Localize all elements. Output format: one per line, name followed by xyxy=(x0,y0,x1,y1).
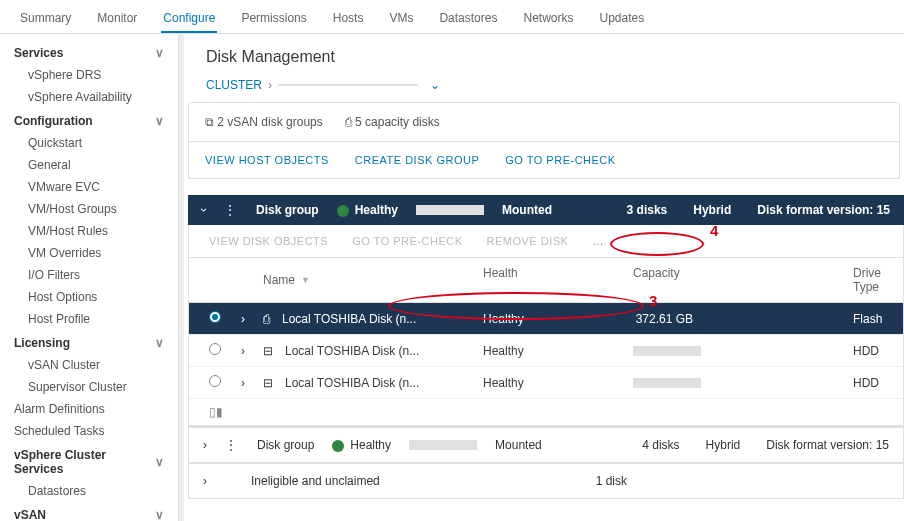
tab-datastores[interactable]: Datastores xyxy=(437,5,499,33)
sidebar-section-services[interactable]: Services∨ xyxy=(0,40,178,64)
breadcrumb-redacted xyxy=(278,84,418,86)
disk-group-header[interactable]: › ⋮ Disk group Healthy Mounted 3 disks H… xyxy=(188,195,904,225)
main-panel: Disk Management CLUSTER › ⌄ ⧉ 2 vSAN dis… xyxy=(184,34,904,521)
chevron-down-icon: ∨ xyxy=(155,46,164,60)
sidebar-item-vsphere-availability[interactable]: vSphere Availability xyxy=(0,86,178,108)
disk-type: HDD xyxy=(853,376,883,390)
sidebar-item-alarm-definitions[interactable]: Alarm Definitions xyxy=(0,398,178,420)
kebab-menu-icon[interactable]: ⋮ xyxy=(225,438,239,452)
chevron-right-icon[interactable]: › xyxy=(203,438,207,452)
capacity-bar xyxy=(633,346,701,356)
row-radio[interactable] xyxy=(209,375,221,387)
sidebar-item-vm-host-rules[interactable]: VM/Host Rules xyxy=(0,220,178,242)
expand-icon[interactable]: › xyxy=(241,344,263,358)
disk-groups-icon: ⧉ xyxy=(205,115,217,129)
disk-health: Healthy xyxy=(483,312,633,326)
health-ok-icon xyxy=(337,205,349,217)
create-disk-group-button[interactable]: CREATE DISK GROUP xyxy=(355,154,479,166)
tab-updates[interactable]: Updates xyxy=(597,5,646,33)
sidebar-item-vm-host-groups[interactable]: VM/Host Groups xyxy=(0,198,178,220)
disk-capacity: 372.61 GB xyxy=(633,312,693,326)
sidebar-section-configuration[interactable]: Configuration∨ xyxy=(0,108,178,132)
view-disk-objects-button: VIEW DISK OBJECTS xyxy=(209,235,328,247)
filter-icon[interactable]: ▼ xyxy=(301,275,310,285)
group-title: Disk group xyxy=(257,438,314,452)
col-name-label[interactable]: Name xyxy=(263,273,295,287)
sidebar-item-general[interactable]: General xyxy=(0,154,178,176)
group-mount: Mounted xyxy=(495,438,542,452)
sidebar-section-vcs[interactable]: vSphere Cluster Services∨ xyxy=(0,442,178,480)
sidebar-item-io-filters[interactable]: I/O Filters xyxy=(0,264,178,286)
breadcrumb-label: CLUSTER xyxy=(206,78,262,92)
breadcrumb[interactable]: CLUSTER › ⌄ xyxy=(188,78,904,102)
sidebar-section-vsan[interactable]: vSAN∨ xyxy=(0,502,178,521)
page-title: Disk Management xyxy=(188,42,904,78)
table-header: Name▼ Health Capacity Drive Type xyxy=(189,257,903,303)
top-tabs: Summary Monitor Configure Permissions Ho… xyxy=(0,0,904,34)
sidebar-item-supervisor-cluster[interactable]: Supervisor Cluster xyxy=(0,376,178,398)
tab-monitor[interactable]: Monitor xyxy=(95,5,139,33)
info-card: ⧉ 2 vSAN disk groups ⎙ 5 capacity disks … xyxy=(188,102,900,179)
sidebar-item-host-options[interactable]: Host Options xyxy=(0,286,178,308)
group-health: Healthy xyxy=(355,203,398,217)
col-drive-type-label[interactable]: Drive Type xyxy=(853,266,883,294)
go-to-precheck-button[interactable]: GO TO PRE-CHECK xyxy=(505,154,615,166)
flash-drive-icon: ⎙ xyxy=(263,312,270,326)
tab-vms[interactable]: VMs xyxy=(387,5,415,33)
sidebar-section-licensing[interactable]: Licensing∨ xyxy=(0,330,178,354)
group-type: Hybrid xyxy=(693,203,731,217)
hdd-drive-icon: ⊟ xyxy=(263,376,273,390)
table-row[interactable]: › ⊟Local TOSHIBA Disk (n... Healthy HDD xyxy=(189,367,903,399)
tab-summary[interactable]: Summary xyxy=(18,5,73,33)
sidebar-item-scheduled-tasks[interactable]: Scheduled Tasks xyxy=(0,420,178,442)
ineligible-row[interactable]: › Ineligible and unclaimed 1 disk xyxy=(188,463,904,499)
view-host-objects-button[interactable]: VIEW HOST OBJECTS xyxy=(205,154,329,166)
chevron-down-icon: ∨ xyxy=(155,508,164,521)
disk-type: Flash xyxy=(853,312,883,326)
group-title: Disk group xyxy=(256,203,319,217)
chevron-down-icon: ∨ xyxy=(155,114,164,128)
tab-permissions[interactable]: Permissions xyxy=(239,5,308,33)
tab-configure[interactable]: Configure xyxy=(161,5,217,33)
chevron-down-icon: ∨ xyxy=(155,455,164,469)
tab-hosts[interactable]: Hosts xyxy=(331,5,366,33)
group-format: Disk format version: 15 xyxy=(757,203,890,217)
group-mount: Mounted xyxy=(502,203,552,217)
group-type: Hybrid xyxy=(706,438,741,452)
disk-health: Healthy xyxy=(483,344,633,358)
disk-health: Healthy xyxy=(483,376,633,390)
tab-networks[interactable]: Networks xyxy=(521,5,575,33)
sidebar-item-host-profile[interactable]: Host Profile xyxy=(0,308,178,330)
sidebar-item-datastores[interactable]: Datastores xyxy=(0,480,178,502)
disk-group-2-header[interactable]: › ⋮ Disk group Healthy Mounted 4 disks H… xyxy=(188,427,904,463)
chevron-right-icon[interactable]: › xyxy=(203,474,207,488)
kebab-menu-icon[interactable]: ⋮ xyxy=(224,203,238,217)
hdd-drive-icon: ⊟ xyxy=(263,344,273,358)
capacity-bar xyxy=(416,205,484,215)
capacity-disks-icon: ⎙ xyxy=(345,115,355,129)
sidebar-item-vmware-evc[interactable]: VMware EVC xyxy=(0,176,178,198)
row-radio[interactable] xyxy=(209,311,221,323)
disk-groups-count: 2 vSAN disk groups xyxy=(217,115,322,129)
ineligible-disks: 1 disk xyxy=(596,474,627,488)
chevron-down-icon[interactable]: ⌄ xyxy=(430,78,440,92)
table-row[interactable]: › ⊟Local TOSHIBA Disk (n... Healthy HDD xyxy=(189,335,903,367)
remove-disk-button: REMOVE DISK xyxy=(487,235,569,247)
expand-icon[interactable]: › xyxy=(241,376,263,390)
chevron-down-icon[interactable]: › xyxy=(197,208,211,212)
col-health-label[interactable]: Health xyxy=(483,266,633,294)
chevron-down-icon: ∨ xyxy=(155,336,164,350)
disk-group-body: VIEW DISK OBJECTS GO TO PRE-CHECK REMOVE… xyxy=(188,225,904,427)
disk-name: Local TOSHIBA Disk (n... xyxy=(285,344,419,358)
col-capacity-label[interactable]: Capacity xyxy=(633,266,853,294)
expand-icon[interactable]: › xyxy=(241,312,263,326)
sidebar-item-vm-overrides[interactable]: VM Overrides xyxy=(0,242,178,264)
disk-name: Local TOSHIBA Disk (n... xyxy=(285,376,419,390)
sidebar-item-quickstart[interactable]: Quickstart xyxy=(0,132,178,154)
more-actions-icon[interactable]: … xyxy=(592,235,605,247)
group-format: Disk format version: 15 xyxy=(766,438,889,452)
sidebar-item-vsan-cluster[interactable]: vSAN Cluster xyxy=(0,354,178,376)
sidebar-item-vsphere-drs[interactable]: vSphere DRS xyxy=(0,64,178,86)
table-row[interactable]: › ⎙Local TOSHIBA Disk (n... Healthy 372.… xyxy=(189,303,903,335)
row-radio[interactable] xyxy=(209,343,221,355)
